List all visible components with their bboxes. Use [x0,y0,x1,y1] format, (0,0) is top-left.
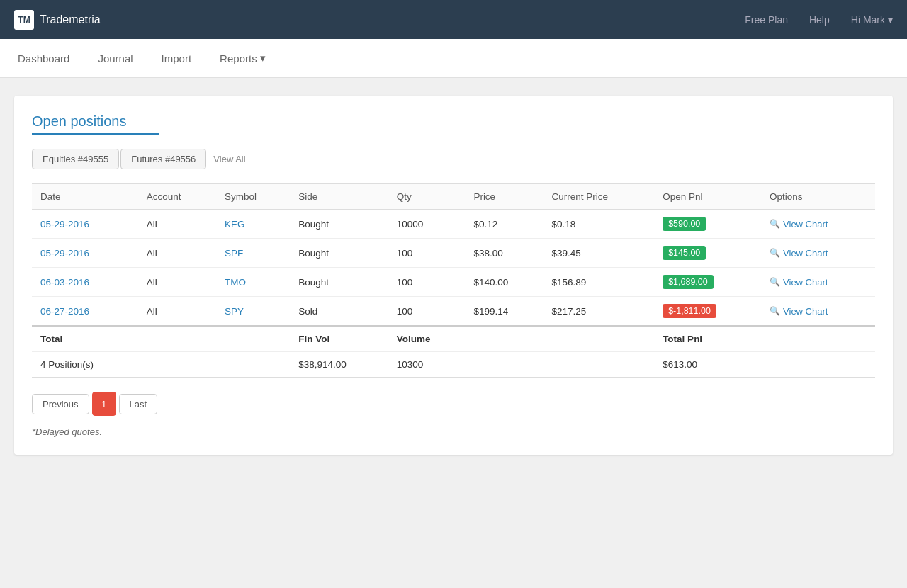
top-nav-right: Free Plan Help Hi Mark ▾ [745,14,893,26]
logo-area: TM Trademetria [14,10,101,30]
total-row: Total Fin Vol Volume Total Pnl [32,326,875,352]
fin-vol-value: $38,914.00 [290,352,388,378]
search-icon: 🔍 [770,277,780,287]
date-link[interactable]: 05-29-2016 [40,219,89,230]
cell-current-price: $0.18 [543,210,655,239]
page-content: Open positions Equities #49555 Futures #… [0,78,907,473]
col-qty: Qty [388,184,466,210]
symbol-link[interactable]: SPF [225,248,243,259]
main-navigation: Dashboard Journal Import Reports ▾ [0,39,907,78]
nav-reports[interactable]: Reports ▾ [216,39,269,78]
nav-journal[interactable]: Journal [94,39,136,78]
cell-pnl: $1,689.00 [654,268,761,297]
symbol-link[interactable]: KEG [225,219,245,230]
cell-options: 🔍View Chart [761,268,875,297]
pnl-badge: $-1,811.00 [663,304,716,318]
pnl-badge: $590.00 [663,217,706,231]
cell-symbol: SPY [216,297,290,327]
cell-side: Bought [290,268,388,297]
pnl-badge: $145.00 [663,246,706,260]
view-chart-link[interactable]: 🔍View Chart [770,277,867,288]
volume-value: 10300 [388,352,466,378]
symbol-link[interactable]: SPY [225,306,244,317]
cell-pnl: $-1,811.00 [654,297,761,327]
search-icon: 🔍 [770,219,780,229]
cell-options: 🔍View Chart [761,297,875,327]
cell-date: 05-29-2016 [32,239,138,268]
cell-account: All [138,268,216,297]
nav-import[interactable]: Import [158,39,196,78]
table-row: 05-29-2016 All KEG Bought 10000 $0.12 $0… [32,210,875,239]
table-row: 06-27-2016 All SPY Sold 100 $199.14 $217… [32,297,875,327]
date-link[interactable]: 05-29-2016 [40,248,89,259]
col-date: Date [32,184,138,210]
col-open-pnl: Open Pnl [654,184,761,210]
tab-buttons-group: Equities #49555 Futures #49556 View All [32,149,875,169]
cell-current-price: $156.89 [543,268,655,297]
col-symbol: Symbol [216,184,290,210]
free-plan-link[interactable]: Free Plan [745,14,788,26]
cell-side: Sold [290,297,388,327]
delayed-note: *Delayed quotes. [32,426,875,437]
view-all-link[interactable]: View All [213,154,245,164]
equities-tab[interactable]: Equities #49555 [32,149,119,169]
cell-symbol: SPF [216,239,290,268]
previous-button[interactable]: Previous [32,394,89,414]
search-icon: 🔍 [770,306,780,316]
cell-qty: 100 [388,268,466,297]
last-button[interactable]: Last [119,394,158,414]
total-label: Total [32,326,138,352]
cell-price: $199.14 [465,297,543,327]
open-positions-card: Open positions Equities #49555 Futures #… [14,96,893,455]
nav-dashboard[interactable]: Dashboard [14,39,73,78]
cell-options: 🔍View Chart [761,210,875,239]
cell-side: Bought [290,210,388,239]
title-underline [32,133,159,135]
table-row: 05-29-2016 All SPF Bought 100 $38.00 $39… [32,239,875,268]
cell-date: 05-29-2016 [32,210,138,239]
logo-text: Trademetria [40,13,101,26]
logo-icon: TM [14,10,34,30]
view-chart-link[interactable]: 🔍View Chart [770,248,867,259]
chevron-down-icon: ▾ [888,14,893,26]
cell-symbol: TMO [216,268,290,297]
view-chart-link[interactable]: 🔍View Chart [770,219,867,230]
table-header-row: Date Account Symbol Side Qty Price Curre… [32,184,875,210]
pagination: Previous 1 Last [32,392,875,416]
cell-date: 06-27-2016 [32,297,138,327]
col-account: Account [138,184,216,210]
cell-qty: 100 [388,297,466,327]
cell-qty: 10000 [388,210,466,239]
symbol-link[interactable]: TMO [225,277,246,288]
view-chart-link[interactable]: 🔍View Chart [770,306,867,317]
total-pnl-value: $613.00 [654,352,761,378]
cell-current-price: $217.25 [543,297,655,327]
col-options: Options [761,184,875,210]
help-link[interactable]: Help [809,14,830,26]
positions-count: 4 Position(s) [32,352,138,378]
cell-price: $38.00 [465,239,543,268]
col-side: Side [290,184,388,210]
search-icon: 🔍 [770,248,780,258]
cell-date: 06-03-2016 [32,268,138,297]
date-link[interactable]: 06-03-2016 [40,277,89,288]
positions-table: Date Account Symbol Side Qty Price Curre… [32,183,875,378]
fin-vol-label: Fin Vol [290,326,388,352]
cell-account: All [138,297,216,327]
date-link[interactable]: 06-27-2016 [40,306,89,317]
user-menu[interactable]: Hi Mark ▾ [851,14,893,26]
total-pnl-label: Total Pnl [654,326,761,352]
cell-current-price: $39.45 [543,239,655,268]
chevron-down-icon: ▾ [260,52,266,64]
col-current-price: Current Price [543,184,655,210]
cell-price: $0.12 [465,210,543,239]
pnl-badge: $1,689.00 [663,275,714,289]
section-title: Open positions [32,113,875,130]
table-row: 06-03-2016 All TMO Bought 100 $140.00 $1… [32,268,875,297]
cell-qty: 100 [388,239,466,268]
page-1-button[interactable]: 1 [92,392,116,416]
cell-price: $140.00 [465,268,543,297]
total-values-row: 4 Position(s) $38,914.00 10300 $613.00 [32,352,875,378]
cell-side: Bought [290,239,388,268]
futures-tab[interactable]: Futures #49556 [120,149,206,169]
